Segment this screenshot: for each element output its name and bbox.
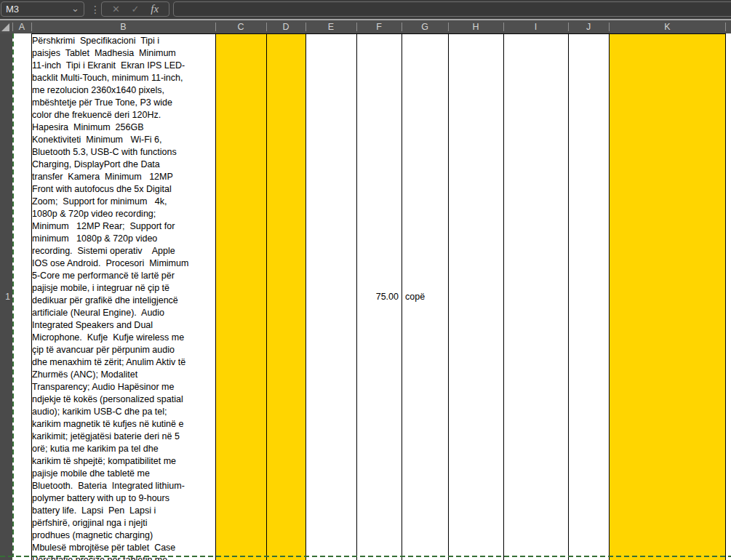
column-header-e[interactable]: E [305, 20, 356, 33]
header-divider [12, 23, 13, 31]
cell-border [402, 33, 402, 560]
cell-b1-text-line: Zoom; Support for minimum 4k, [32, 196, 215, 208]
formula-button-group: ✕ ✓ fx [101, 1, 169, 17]
header-divider [609, 23, 610, 31]
cell-b1-text-line: Transparency; Audio Hapësinor me [32, 381, 215, 393]
chevron-down-icon[interactable]: ⌄ [71, 1, 79, 15]
sheet-grid: 1 Përshkrimi Specifikacioni Tipi ipaisje… [0, 33, 731, 560]
cell-b1-text-line: paisjes Tablet Madhesia Minimum [32, 47, 215, 60]
cell-b1-text-line: Charging, DisplayPort dhe Data [32, 159, 215, 171]
cell-b1-text-line: Front with autofocus dhe 5x Digital [32, 183, 215, 196]
cell-b1-text-line: Përshkrimi Specifikacioni Tipi i [32, 35, 215, 47]
cell-border [609, 33, 610, 560]
column-header-g[interactable]: G [402, 20, 448, 33]
page-break-horizontal-line [0, 556, 731, 557]
header-divider [31, 23, 32, 31]
header-divider [503, 23, 504, 31]
cell-b1-text-line: Mbulesë mbrojtëse për tablet Case [32, 542, 215, 554]
header-divider [215, 23, 216, 31]
column-header-j[interactable]: J [568, 20, 609, 33]
column-header-b[interactable]: B [31, 20, 215, 33]
cell-border [448, 33, 449, 560]
cell-b1-text-line: orë; kutia me karikim pa tel dhe [32, 443, 215, 455]
column-header-i[interactable]: I [503, 20, 568, 33]
drag-handle-icon[interactable]: ⋮ [90, 0, 100, 19]
cell-border [31, 33, 726, 34]
header-divider [725, 23, 726, 31]
cell-b1-text-line: karikim magnetik të kufjes në kutinë e [32, 418, 215, 431]
row-header-strip[interactable]: 1 [0, 33, 12, 560]
header-divider [305, 23, 306, 31]
insert-function-icon[interactable]: fx [151, 3, 159, 15]
cell-b1-text-line: recording. Sistemi operativ Apple [32, 245, 215, 257]
cell-b1-text-line: 11-inch Tipi i Ekranit Ekran IPS LED- [32, 60, 215, 72]
cell-b1-text-line: dhe menaxhim të zërit; Anulim Aktiv të [32, 356, 215, 369]
cell-border [305, 33, 306, 560]
cell-border [725, 33, 726, 560]
cell-b1-text-line: 5-Core me performancë të lartë për [32, 270, 215, 282]
cell-b1-text-line: dedikuar për grafikë dhe inteligjencë [32, 295, 215, 307]
name-box[interactable]: M3 ⌄ [1, 1, 84, 17]
cell-b1-text-line: Konektiviteti Minimum Wi-Fi 6, [32, 134, 215, 146]
column-header-k[interactable]: K [609, 20, 726, 33]
enter-icon[interactable]: ✓ [132, 4, 140, 15]
cell-b1-text-line: Hapesira Minimum 256GB [32, 121, 215, 134]
select-all-triangle-icon [1, 23, 9, 31]
cell-b1-text-line: Microphone. Kufje Kufje wireless me [32, 332, 215, 344]
column-header-c[interactable]: C [215, 20, 266, 33]
formula-bar-chrome: M3 ⌄ ⋮ ✕ ✓ fx [0, 0, 731, 19]
cell-b1-text-line: battery life. Lapsi Pen Lapsi i [32, 505, 215, 517]
select-all-button[interactable] [0, 20, 12, 33]
cell-b1-text-line: 1080p & 720p video recording; [32, 208, 215, 220]
name-box-value: M3 [6, 4, 19, 15]
header-divider [448, 23, 449, 31]
cell-f1[interactable]: 75.00 [357, 292, 399, 304]
cell-b1-text-line: IOS ose Android. Procesori Mimimum [32, 257, 215, 270]
cell-d1[interactable] [267, 33, 305, 560]
cell-b1-text-line: Integrated Speakers and Dual [32, 319, 215, 332]
cell-b1-text-line: prodhues (magnetic charging) [32, 529, 215, 542]
cell-border [215, 33, 216, 560]
cell-b1-text-line: transfer Kamera Minimum 12MP [32, 171, 215, 183]
header-divider [568, 23, 569, 31]
cell-b1-text-line: audio); karikim USB-C dhe pa tel; [32, 406, 215, 418]
cell-b1-text-line: Bluetooth. Bateria Integrated lithium- [32, 480, 215, 492]
cell-b1-text-line: përfshirë, origjinal nga i njejti [32, 517, 215, 529]
cell-b1-text-line: polymer battery with up to 9-hours [32, 492, 215, 505]
cell-b1-text-line: pajisje mobile dhe tabletë me [32, 468, 215, 480]
cell-b1[interactable]: Përshkrimi Specifikacioni Tipi ipaisjes … [32, 35, 215, 560]
column-header-row: A B C D E F G H I J K [0, 20, 731, 33]
cell-g1[interactable]: copë [405, 292, 425, 304]
cell-b1-text-line: minimum 1080p & 720p video [32, 233, 215, 245]
column-header-d[interactable]: D [266, 20, 305, 33]
cell-b1-text-line: artificiale (Neural Engine). Audio [32, 307, 215, 319]
cell-border [568, 33, 569, 560]
header-divider [266, 23, 267, 31]
page-break-vertical-line [12, 33, 14, 557]
column-header-a[interactable]: A [12, 20, 31, 33]
cell-k1[interactable] [610, 33, 725, 560]
row-header-1[interactable]: 1 [0, 292, 10, 303]
formula-input[interactable] [173, 1, 731, 17]
cell-b1-text-line: çip të avancuar për përpunim audio [32, 344, 215, 356]
cell-b1-text-line: karikim të shpejtë; kompatibilitet me [32, 455, 215, 468]
cell-b1-text-line: ndjekje të kokës (personalized spatial [32, 393, 215, 406]
cell-b1-text-line: pajisje mobile, i integruar në çip të [32, 282, 215, 295]
cell-b1-text-line: Minimum 12MP Rear; Support for [32, 220, 215, 233]
column-header-f[interactable]: F [356, 20, 402, 33]
column-header-h[interactable]: H [448, 20, 503, 33]
header-divider [356, 23, 357, 31]
cell-b1-text-line: Bluetooth 5.3, USB-C with functions [32, 146, 215, 159]
cell-b1-text-line: karikimit; jetëgjatësi baterie deri në 5 [32, 431, 215, 443]
spreadsheet-window: M3 ⌄ ⋮ ✕ ✓ fx A B C D E F G H I J K [0, 0, 731, 560]
cell-b1-text-line: Zhurmës (ANC); Modalitet [32, 369, 215, 381]
cell-border [503, 33, 504, 560]
cell-c1[interactable] [216, 33, 266, 560]
cell-b1-text-line: mbështetje për True Tone, P3 wide [32, 97, 215, 109]
header-divider [402, 23, 402, 31]
cell-border [266, 33, 267, 560]
cell-b1-text-line: me rezolucion 2360x1640 pixels, [32, 84, 215, 97]
cancel-icon[interactable]: ✕ [112, 4, 120, 15]
cell-b1-text-line: color dhe frekuencë deri 120Hz. [32, 109, 215, 121]
cell-b1-text-line: backlit Multi-Touch, minimum 11-inch, [32, 72, 215, 84]
